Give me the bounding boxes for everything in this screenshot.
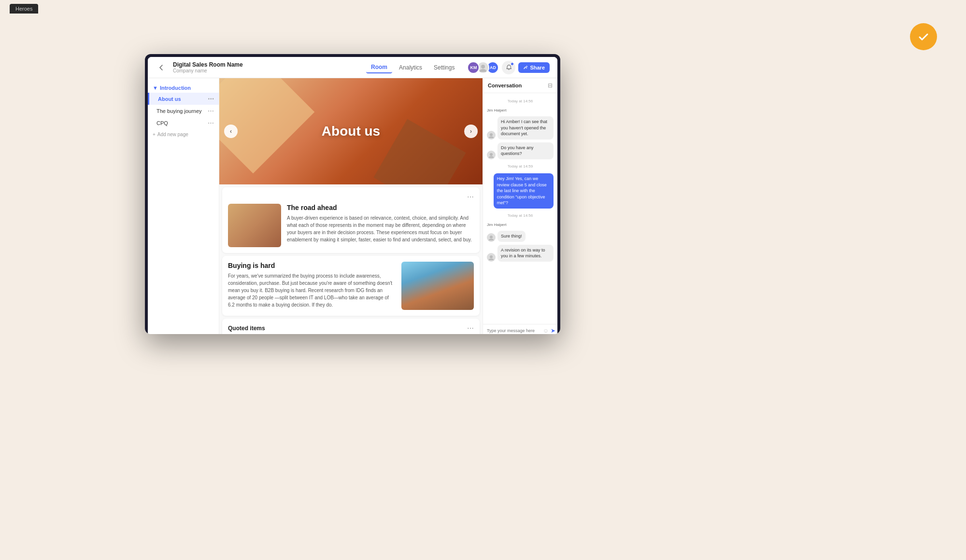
message-4: A revision on its way to you in a few mi…	[487, 245, 554, 262]
svg-point-4	[489, 136, 494, 138]
app-chrome: Digital Sales Room Name Company name Roo…	[148, 57, 557, 334]
browser-tab-label: Heroes	[15, 6, 32, 12]
sidebar-item-label: The buying journey	[156, 108, 202, 114]
nav-tabs: Room Analytics Settings	[366, 62, 459, 73]
message-2: Do you have any questions?	[487, 142, 554, 159]
main-window: Digital Sales Room Name Company name Roo…	[145, 54, 560, 334]
room-title: Digital Sales Room Name	[173, 61, 366, 68]
sidebar-item-options[interactable]: ⋯	[208, 107, 214, 114]
svg-point-1	[481, 65, 485, 69]
hero-prev-button[interactable]: ‹	[224, 125, 238, 138]
collapse-button[interactable]: ⊟	[548, 82, 553, 89]
hero-slide: ‹ About us ›	[219, 78, 483, 184]
message-input[interactable]	[487, 328, 541, 333]
chevron-down-icon: ▼	[153, 85, 158, 91]
road-ahead-description: A buyer-driven experience is based on re…	[287, 214, 474, 243]
svg-point-3	[490, 133, 493, 136]
section-menu-button[interactable]: ⋯	[467, 193, 474, 201]
bubble-received-1: Hi Amber! I can see that you haven't ope…	[497, 116, 554, 140]
nav-title-group: Digital Sales Room Name Company name	[173, 61, 366, 73]
message-3: Sure thing!	[487, 231, 554, 242]
bubble-sent-1: Hey Jim! Yes, can we review clause 5 and…	[494, 173, 554, 209]
conversation-panel: Conversation ⊟ Today at 14:56 Jim Halper…	[483, 78, 557, 334]
buying-image	[401, 262, 474, 310]
message-1: Hi Amber! I can see that you haven't ope…	[487, 116, 554, 140]
sidebar-item-about-us[interactable]: About us ⋯	[148, 93, 219, 105]
sender-name-1: Jim Halpert	[487, 108, 554, 112]
back-button[interactable]	[156, 62, 167, 73]
sidebar-item-label: About us	[158, 96, 181, 102]
timestamp-3: Today at 14:56	[487, 213, 554, 218]
svg-point-9	[490, 255, 493, 258]
content-area: ▼ Introduction About us ⋯ The buying jou…	[148, 78, 557, 334]
emoji-button[interactable]: ☺	[543, 327, 549, 334]
sidebar-section-introduction[interactable]: ▼ Introduction	[148, 83, 219, 93]
sidebar-item-options[interactable]: ⋯	[208, 119, 214, 126]
avatar-jim-1	[487, 131, 496, 140]
bubble-received-2: Do you have any questions?	[497, 142, 554, 159]
checkmark-badge	[910, 23, 937, 50]
avatar-group: KM AD	[467, 61, 499, 74]
conversation-input-area: ☺ ➤	[483, 324, 557, 334]
svg-point-8	[489, 238, 494, 240]
svg-point-0	[917, 30, 930, 43]
share-label: Share	[530, 65, 545, 70]
nav-actions: KM AD	[467, 61, 550, 74]
road-ahead-content: The road ahead A buyer-driven experience…	[228, 204, 474, 247]
svg-point-7	[490, 236, 493, 238]
browser-tab: Heroes	[10, 4, 38, 14]
road-ahead-section: ⋯ The road ahead A buyer-driven experien…	[222, 187, 480, 253]
notifications-button[interactable]	[502, 61, 515, 74]
quoted-title: Quoted items	[228, 325, 265, 332]
quoted-items-section: Quoted items ⋯ Product Price Units Total…	[222, 319, 480, 334]
tab-settings[interactable]: Settings	[429, 62, 459, 73]
add-page-label: Add new page	[157, 132, 188, 137]
sidebar-item-options[interactable]: ⋯	[208, 95, 214, 102]
timestamp-2: Today at 14:59	[487, 164, 554, 168]
send-button[interactable]: ➤	[551, 327, 555, 334]
bubble-received-4: A revision on its way to you in a few mi…	[497, 245, 554, 262]
road-ahead-title: The road ahead	[287, 204, 474, 211]
bubble-received-3: Sure thing!	[497, 231, 526, 242]
sidebar-item-buying-journey[interactable]: The buying journey ⋯	[148, 105, 219, 117]
svg-point-2	[480, 69, 486, 72]
conversation-title: Conversation	[488, 83, 522, 88]
section-options: ⋯	[228, 193, 474, 201]
top-nav: Digital Sales Room Name Company name Roo…	[148, 57, 557, 78]
plus-icon: +	[153, 132, 156, 137]
avatar-km: KM	[467, 61, 480, 74]
sidebar-section-label: Introduction	[160, 85, 191, 91]
svg-point-10	[489, 258, 494, 260]
quoted-menu-button[interactable]: ⋯	[467, 324, 474, 332]
tab-analytics[interactable]: Analytics	[394, 62, 427, 73]
hero-next-button[interactable]: ›	[464, 125, 478, 138]
add-page-button[interactable]: + Add new page	[148, 129, 219, 140]
sidebar-item-label: CPQ	[156, 120, 168, 126]
buying-content: Buying is hard For years, we've summariz…	[228, 262, 474, 310]
sidebar-item-cpq[interactable]: CPQ ⋯	[148, 117, 219, 129]
road-ahead-image	[228, 204, 281, 247]
svg-point-6	[489, 156, 494, 158]
buying-title: Buying is hard	[228, 262, 396, 269]
avatar-jim-2	[487, 151, 496, 159]
share-button[interactable]: Share	[518, 62, 550, 73]
buying-description: For years, we've summarized the buying p…	[228, 272, 396, 308]
avatar-jim-3	[487, 233, 496, 242]
buying-section: Buying is hard For years, we've summariz…	[222, 256, 480, 316]
company-name: Company name	[173, 68, 366, 73]
geo-shape-2	[373, 119, 466, 184]
road-ahead-text: The road ahead A buyer-driven experience…	[287, 204, 474, 247]
chevron-right-icon: ›	[470, 128, 472, 135]
sidebar: ▼ Introduction About us ⋯ The buying jou…	[148, 78, 219, 334]
buying-text: Buying is hard For years, we've summariz…	[228, 262, 396, 310]
svg-point-5	[490, 153, 493, 156]
quoted-header: Quoted items ⋯	[228, 324, 474, 332]
main-content: ‹ About us › ⋯ The road ahead	[219, 78, 483, 334]
sender-name-2: Jim Halpert	[487, 223, 554, 227]
hero-title: About us	[322, 124, 380, 139]
conversation-header: Conversation ⊟	[483, 78, 557, 93]
timestamp-1: Today at 14:56	[487, 99, 554, 103]
avatar-jim-4	[487, 253, 496, 262]
tab-room[interactable]: Room	[366, 62, 392, 73]
notification-dot	[511, 62, 514, 66]
